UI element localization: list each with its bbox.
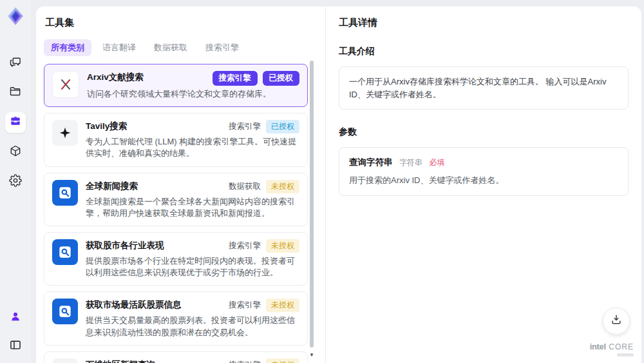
status-badge: 未授权 [266,299,299,312]
status-badge: 已授权 [266,120,299,133]
brand-core: CORE [609,342,634,351]
tab-data-acquisition[interactable]: 数据获取 [147,39,194,56]
page-title: 工具集 [45,17,325,29]
tab-language-translation[interactable]: 语言翻译 [95,39,143,56]
intel-core-logo: intel CORE [590,340,634,357]
tool-card-arxiv[interactable]: Arxiv文献搜索 搜索引擎 已授权 访问各个研究领域大量科学论文和文章的存储库… [44,64,308,107]
sidebar-item-chat[interactable] [5,53,26,74]
scroll-down-arrow[interactable]: ▾ [308,351,315,358]
tool-name: 获取市场最活跃股票信息 [86,299,182,311]
category-label: 搜索引擎 [229,240,261,251]
content-shell: 工具集 所有类别 语言翻译 数据获取 搜索引擎 [36,6,641,363]
tool-description: 全球新闻搜索是一个聚合全球各大新闻网站内容的搜索引擎，帮助用户快速获取全球最新资… [86,196,299,219]
news-icon [52,358,78,363]
app-window: 工具集 所有类别 语言翻译 数据获取 搜索引擎 [0,0,644,363]
status-badge: 未授权 [266,180,299,193]
toolbox-icon [9,115,22,130]
user-avatar[interactable] [5,308,26,328]
tool-card-list: Arxiv文献搜索 搜索引擎 已授权 访问各个研究领域大量科学论文和文章的存储库… [44,64,308,363]
tool-description: 专为人工智能代理 (LLM) 构建的搜索引擎工具。可快速提供实时、准确和真实的结… [86,136,299,159]
tool-name: 获取股市各行业表现 [86,239,164,252]
download-icon [610,313,623,329]
tool-details-pane: 工具详情 工具介绍 一个用于从Arxiv存储库搜索科学论文和文章的工具。 输入可… [325,6,641,363]
params-heading: 参数 [339,126,629,138]
status-badge: 未授权 [266,358,299,363]
category-label: 搜索引擎 [229,300,261,311]
tool-card-global-news[interactable]: 全球新闻搜索 数据获取 未授权 全球新闻搜索是一个聚合全球各大新闻网站内容的搜索… [44,173,308,226]
tool-name: Arxiv文献搜索 [87,71,144,84]
sidebar-item-tools[interactable] [5,112,26,133]
search-icon [52,180,78,206]
gear-icon [9,174,22,190]
status-badge: 未授权 [266,239,299,253]
param-description: 用于搜索的Arxiv ID、关键字或作者姓名。 [349,174,618,187]
param-type: 字符串 [399,158,422,167]
tool-description: 访问各个研究领域大量科学论文和文章的存储库。 [87,88,299,100]
cube-icon [9,144,22,160]
tool-name: Tavily搜索 [86,120,127,133]
details-title: 工具详情 [339,17,629,29]
tool-description: 提供股票市场各个行业在特定时间段内的表现。投资者可以利用这些信息来识别表现优于或… [86,255,299,279]
sparkle-icon [52,120,78,146]
sidebar-item-settings[interactable] [5,172,26,192]
intro-heading: 工具介绍 [339,46,629,57]
tool-card-regional-news[interactable]: 万维地区新闻查询 搜索引擎 未授权 查询具体行政区划内的新闻，快速了解各地新闻动 [44,351,308,363]
panel-layout-icon [9,338,22,354]
category-label: 搜索引擎 [229,121,261,132]
collapse-panel-button[interactable] [5,336,26,357]
tool-card-sector-performance[interactable]: 获取股市各行业表现 搜索引擎 未授权 提供股票市场各个行业在特定时间段内的表现。… [44,232,308,286]
tool-card-active-stocks[interactable]: 获取市场最活跃股票信息 搜索引擎 未授权 提供当天交易量最高的股票列表。投资者可… [44,291,308,345]
category-label: 搜索引擎 [229,360,261,363]
tab-all-categories[interactable]: 所有类别 [44,39,91,56]
brand-sub-badge [617,353,634,357]
category-tabs: 所有类别 语言翻译 数据获取 搜索引擎 [44,39,325,56]
tool-description: 提供当天交易量最高的股票列表。投资者可以利用这些信息来识别流动性强的股票和潜在的… [86,315,299,338]
download-button[interactable] [603,308,630,335]
category-badge: 搜索引擎 [213,71,258,86]
folder-icon [9,85,22,101]
sidebar-item-files[interactable] [5,83,26,103]
param-required-badge: 必填 [429,158,444,167]
tools-list-pane: 工具集 所有类别 语言翻译 数据获取 搜索引擎 [36,6,325,363]
tab-search-engine[interactable]: 搜索引擎 [198,39,246,56]
sidebar-bottom [5,308,26,357]
param-name: 查询字符串 [349,157,393,167]
sidebar-item-models[interactable] [5,142,26,162]
tool-name: 万维地区新闻查询 [86,358,155,363]
arxiv-icon [52,71,79,98]
sidebar-nav [5,53,26,192]
param-header-row: 查询字符串 字符串 必填 [349,156,618,168]
left-sidebar [0,0,31,363]
intro-text: 一个用于从Arxiv存储库搜索科学论文和文章的工具。 输入可以是Arxiv ID… [349,77,606,99]
tool-card-tavily[interactable]: Tavily搜索 搜索引擎 已授权 专为人工智能代理 (LLM) 构建的搜索引擎… [44,113,308,166]
category-label: 数据获取 [229,181,261,192]
search-icon [52,239,78,265]
param-box: 查询字符串 字符串 必填 用于搜索的Arxiv ID、关键字或作者姓名。 [339,147,629,196]
tool-name: 全球新闻搜索 [86,180,138,193]
list-scrollbar[interactable] [310,61,314,348]
chat-icon [9,55,22,71]
person-icon [9,310,22,326]
app-logo[interactable] [5,5,26,27]
brand-intel: intel [590,342,606,351]
search-icon [52,299,78,324]
status-badge: 已授权 [263,71,300,86]
intro-box: 一个用于从Arxiv存储库搜索科学论文和文章的工具。 输入可以是Arxiv ID… [339,66,629,110]
